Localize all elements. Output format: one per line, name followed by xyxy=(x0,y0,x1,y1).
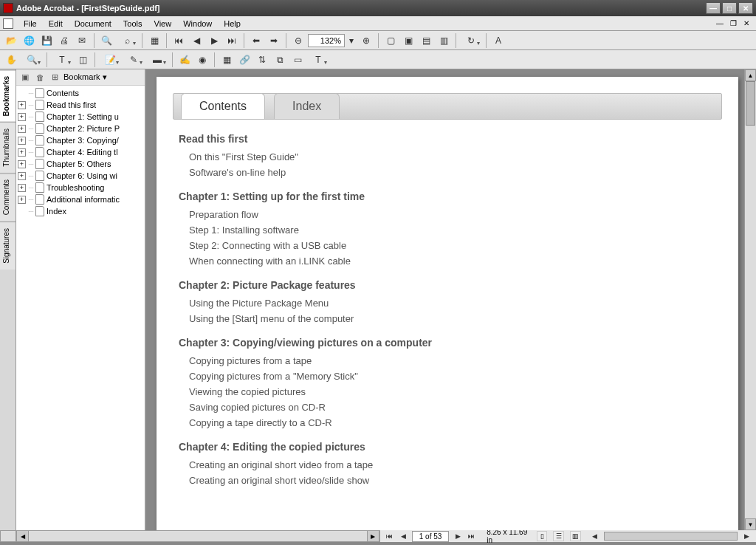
open-button[interactable]: 📂 xyxy=(3,32,19,49)
bookmark-menu[interactable]: Bookmark ▾ xyxy=(63,72,107,82)
pdf-toc-entry[interactable]: Copying pictures from a tape xyxy=(179,353,716,369)
bookmark-item[interactable]: +⋯Chapter 2: Picture P xyxy=(18,123,143,134)
expand-icon[interactable]: + xyxy=(18,196,26,204)
prev-page-button[interactable]: ◀ xyxy=(188,32,205,49)
doc-scroll-left-button[interactable]: ◀ xyxy=(590,531,599,541)
pdf-toc-entry[interactable]: Preparation flow xyxy=(179,207,716,222)
menu-file[interactable]: File xyxy=(18,18,43,30)
mdi-close-button[interactable]: ✕ xyxy=(740,18,752,29)
text-select-tool-button[interactable]: T xyxy=(51,52,73,68)
status-last-page-button[interactable]: ⏭ xyxy=(467,531,476,541)
pdf-toc-entry[interactable]: When connecting with an i.LINK cable xyxy=(179,253,716,269)
bookmark-item[interactable]: +⋯Chapter 1: Setting u xyxy=(18,111,143,123)
bookmark-item[interactable]: +⋯Read this first xyxy=(18,99,143,111)
expand-icon[interactable]: + xyxy=(18,172,26,180)
bookmark-item[interactable]: +⋯Troubleshooting xyxy=(18,182,143,193)
bm-scroll-left-button[interactable]: ◀ xyxy=(17,531,29,541)
page-indicator[interactable]: 1 of 53 xyxy=(412,531,448,542)
hand-tool-button[interactable]: ✋ xyxy=(3,52,19,68)
fit-page-button[interactable]: ▣ xyxy=(400,32,416,49)
reflow-button[interactable]: ▥ xyxy=(436,32,452,49)
menu-help[interactable]: Help xyxy=(218,18,247,30)
pdf-tab-index[interactable]: Index xyxy=(274,93,340,119)
save-button[interactable]: 💾 xyxy=(38,32,55,49)
zoom-in-button[interactable]: ⊕ xyxy=(358,32,374,49)
side-tab-signatures[interactable]: Signatures xyxy=(0,222,16,270)
bookmarks-hscroll[interactable]: ◀ ▶ xyxy=(16,530,379,542)
next-page-button[interactable]: ▶ xyxy=(206,32,222,49)
article-tool-button[interactable]: ⇅ xyxy=(254,52,270,68)
new-bookmark-button[interactable]: ▣ xyxy=(19,72,31,83)
pdf-section-title[interactable]: Chapter 4: Editing the copied pictures xyxy=(179,441,716,453)
bookmark-item[interactable]: +⋯Additional informatic xyxy=(18,193,143,205)
mdi-minimize-button[interactable]: — xyxy=(714,18,726,29)
zoom-out-button[interactable]: ⊖ xyxy=(290,32,306,49)
bookmark-item[interactable]: +⋯Chapter 5: Others xyxy=(18,158,143,170)
mdi-restore-button[interactable]: ❐ xyxy=(727,18,739,29)
pdf-section-title[interactable]: Chapter 3: Copying/viewing pictures on a… xyxy=(179,337,716,349)
minimize-button[interactable]: — xyxy=(706,2,721,14)
delete-bookmark-button[interactable]: 🗑 xyxy=(34,72,46,83)
expand-bookmark-button[interactable]: ⊞ xyxy=(49,72,61,83)
email-button[interactable]: ✉ xyxy=(74,32,90,49)
expand-icon[interactable]: + xyxy=(18,137,26,145)
columns-button[interactable]: ▦ xyxy=(146,32,162,49)
adobe-online-button[interactable]: A xyxy=(490,32,506,49)
scroll-up-button[interactable]: ▲ xyxy=(745,69,756,81)
spell-check-button[interactable]: ▦ xyxy=(219,52,235,68)
menu-edit[interactable]: Edit xyxy=(43,18,69,30)
find-button[interactable]: 🔍 xyxy=(98,32,114,49)
graphic-select-tool-button[interactable]: ◫ xyxy=(75,52,91,68)
bookmark-item[interactable]: ⋯Contents xyxy=(18,87,143,99)
expand-icon[interactable]: + xyxy=(18,101,26,109)
pdf-section-title[interactable]: Read this first xyxy=(179,133,716,145)
pdf-toc-entry[interactable]: Saving copied pictures on CD-R xyxy=(179,400,716,415)
pdf-toc-entry[interactable]: Copying pictures from a "Memory Stick" xyxy=(179,369,716,384)
status-next-page-button[interactable]: ▶ xyxy=(453,531,463,541)
expand-icon[interactable]: + xyxy=(18,184,26,192)
touchup-text-button[interactable]: T xyxy=(307,52,329,68)
pdf-toc-entry[interactable]: Using the [Start] menu of the computer xyxy=(179,311,716,326)
maximize-button[interactable]: □ xyxy=(722,2,737,14)
menu-view[interactable]: View xyxy=(148,18,178,30)
doc-scroll-right-button[interactable]: ▶ xyxy=(742,531,752,541)
signature-tool-button[interactable]: ✍ xyxy=(176,52,193,68)
menu-document[interactable]: Document xyxy=(69,18,117,30)
single-page-view-button[interactable]: ▯ xyxy=(537,531,548,541)
bm-scroll-right-button[interactable]: ▶ xyxy=(367,531,379,541)
back-button[interactable]: ⬅ xyxy=(248,32,264,49)
fit-width-button[interactable]: ▤ xyxy=(418,32,434,49)
expand-icon[interactable]: + xyxy=(18,125,26,133)
zoom-field[interactable] xyxy=(308,34,345,47)
forward-button[interactable]: ➡ xyxy=(266,32,282,49)
pdf-section-title[interactable]: Chapter 1: Setting up for the first time xyxy=(179,191,716,202)
stamp-tool-button[interactable]: ◉ xyxy=(194,52,210,68)
status-first-page-button[interactable]: ⏮ xyxy=(385,531,394,541)
scroll-down-button[interactable]: ▼ xyxy=(745,518,756,530)
document-canvas[interactable]: Contents Index Read this firstOn this "F… xyxy=(146,69,756,530)
rotate-button[interactable]: ↻ xyxy=(460,32,482,49)
doc-hscroll-track[interactable] xyxy=(604,532,738,541)
side-tab-thumbnails[interactable]: Thumbnails xyxy=(0,122,16,173)
scroll-thumb[interactable] xyxy=(746,81,755,126)
close-button[interactable]: ✕ xyxy=(738,2,753,14)
pdf-toc-entry[interactable]: Creating an original short video from a … xyxy=(179,457,716,473)
continuous-view-button[interactable]: ☰ xyxy=(553,531,564,541)
pdf-toc-entry[interactable]: Step 1: Installing software xyxy=(179,222,716,238)
zoom-tool-button[interactable]: 🔍 xyxy=(21,52,43,68)
expand-icon[interactable]: + xyxy=(18,113,26,121)
crop-tool-button[interactable]: ⧉ xyxy=(272,52,288,68)
bookmark-item[interactable]: ⋯Index xyxy=(18,205,143,217)
expand-icon[interactable]: + xyxy=(18,160,26,168)
menu-window[interactable]: Window xyxy=(177,18,218,30)
last-page-button[interactable]: ⏭ xyxy=(224,32,240,49)
first-page-button[interactable]: ⏮ xyxy=(171,32,187,49)
facing-view-button[interactable]: ▥ xyxy=(570,531,581,541)
menu-tools[interactable]: Tools xyxy=(117,18,148,30)
bookmark-item[interactable]: +⋯Chapter 4: Editing tl xyxy=(18,146,143,158)
pdf-section-title[interactable]: Chapter 2: Picture Package features xyxy=(179,279,716,291)
pdf-toc-entry[interactable]: Creating an original short video/slide s… xyxy=(179,473,716,488)
pdf-toc-entry[interactable]: Copying a tape directly to a CD-R xyxy=(179,415,716,431)
bookmark-item[interactable]: +⋯Chapter 3: Copying/ xyxy=(18,134,143,146)
pdf-tab-contents[interactable]: Contents xyxy=(181,93,265,119)
